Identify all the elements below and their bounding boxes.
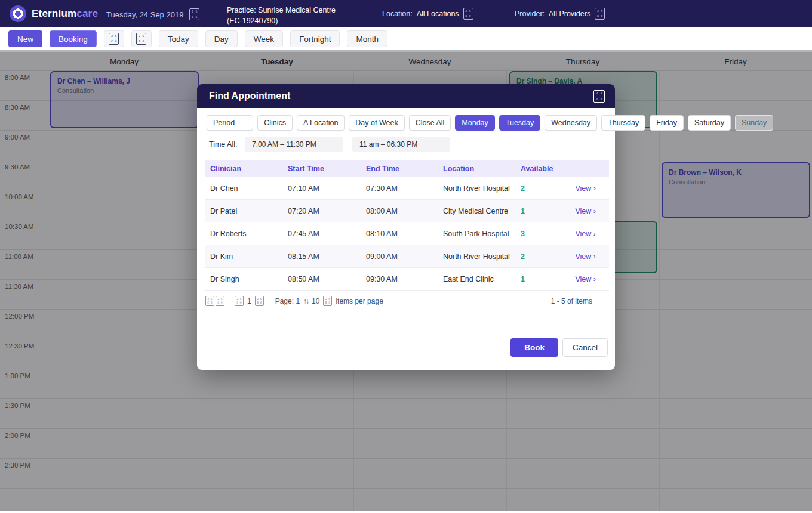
table-cell: 08:10 AM	[361, 230, 438, 238]
table-row: Dr Singh08:50 AM09:30 AMEast End Clinic1…	[205, 268, 609, 291]
filter-button-period[interactable]: Period	[207, 115, 253, 131]
location-select[interactable]: Location: All Locations 25BE	[382, 8, 473, 20]
prev-arrow-icon: 25C0	[109, 33, 119, 45]
first-page-icon[interactable]: 25C0	[205, 296, 214, 306]
new-button[interactable]: New	[8, 30, 42, 47]
items-range-label: 1 - 5 of items	[551, 297, 608, 305]
modal-header: Find Appointment 2715	[197, 84, 615, 108]
provider-dropdown-icon[interactable]: 25BE	[595, 8, 605, 20]
brand[interactable]: Eterniumcare	[10, 5, 98, 22]
practice-info: Practice: Sunrise Medical Centre (EC-192…	[227, 5, 336, 26]
app-header: Eterniumcare Tuesday, 24 Sep 2019 25BE P…	[0, 0, 812, 27]
items-per-page-label: items per page	[336, 297, 383, 305]
table-cell: Dr Patel	[205, 207, 283, 215]
table-cell: North River Hospital	[438, 184, 516, 193]
filter-button-friday[interactable]: Friday	[650, 115, 684, 131]
current-date: Tuesday, 24 Sep 2019 25BE	[106, 8, 199, 20]
filter-button-close-all[interactable]: Close All	[409, 115, 451, 131]
filter-button-monday[interactable]: Monday	[455, 115, 494, 131]
provider-select[interactable]: Provider: All Providers 25BE	[515, 8, 605, 20]
location-dropdown-icon[interactable]: 25BE	[463, 8, 473, 20]
table-row: Dr Chen07:10 AM07:30 AMNorth River Hospi…	[205, 177, 609, 200]
table-cell: Dr Chen	[205, 184, 283, 193]
column-header: Start Time	[283, 165, 361, 173]
table-cell: 07:30 AM	[361, 184, 438, 193]
available-count: 1	[516, 207, 559, 215]
filter-button-tuesday[interactable]: Tuesday	[499, 115, 540, 131]
table-cell: 07:20 AM	[283, 207, 361, 215]
booking-button[interactable]: Booking	[50, 30, 97, 47]
table-cell: Dr Roberts	[205, 230, 283, 238]
time-range-input-1[interactable]	[245, 137, 343, 152]
week-view-button[interactable]: Week	[245, 30, 283, 47]
filter-button-clinics[interactable]: Clinics	[257, 115, 293, 131]
practice-name: Practice: Sunrise Medical Centre	[227, 5, 336, 16]
date-picker-icon[interactable]: 25BE	[189, 8, 199, 20]
today-button[interactable]: Today	[159, 30, 198, 47]
fortnight-view-button[interactable]: Fortnight	[290, 30, 340, 47]
view-cell: View ›	[559, 275, 609, 283]
modal-title: Find Appointment	[209, 91, 290, 101]
practice-code: (EC-19240790)	[227, 16, 336, 26]
available-count: 3	[516, 230, 559, 238]
view-link[interactable]: View ›	[575, 230, 596, 238]
current-page-number[interactable]: 1	[247, 297, 251, 305]
column-header: Clinician	[205, 165, 283, 173]
table-cell: 08:50 AM	[283, 275, 361, 283]
page-label: Page: 1	[275, 297, 300, 305]
table-cell: North River Hospital	[438, 252, 516, 261]
page-size-dropdown-icon[interactable]: 25BC	[323, 296, 332, 306]
close-icon[interactable]: 2715	[593, 90, 605, 103]
filter-button-wednesday[interactable]: Wednesday	[545, 115, 597, 131]
filter-button-day-of-week[interactable]: Day of Week	[349, 115, 404, 131]
table-cell: Dr Singh	[205, 275, 283, 283]
table-cell: South Park Hospital	[438, 230, 516, 238]
brand-logo-icon	[10, 5, 26, 22]
time-range-input-2[interactable]	[352, 137, 450, 152]
filter-button-a-location[interactable]: A Location	[297, 115, 345, 131]
view-cell: View ›	[559, 252, 609, 261]
table-row: Dr Roberts07:45 AM08:10 AMSouth Park Hos…	[205, 222, 609, 245]
book-button[interactable]: Book	[510, 338, 558, 357]
table-cell: East End Clinic	[438, 275, 516, 283]
available-count: 1	[516, 275, 559, 283]
provider-value: All Providers	[549, 10, 590, 18]
page-stepper-icon[interactable]: ↑↓	[303, 297, 308, 305]
view-link[interactable]: View ›	[575, 184, 596, 193]
page-size-value[interactable]: 10	[312, 297, 319, 305]
table-cell: 08:00 AM	[361, 207, 438, 215]
view-link[interactable]: View ›	[575, 252, 596, 261]
prev-period-button[interactable]: 25C0	[104, 30, 124, 47]
find-appointment-modal: Find Appointment 2715 PeriodClinicsA Loc…	[197, 84, 615, 370]
table-cell: 07:10 AM	[283, 184, 361, 193]
month-view-button[interactable]: Month	[347, 30, 387, 47]
view-cell: View ›	[559, 230, 609, 238]
time-range-row: Time All:	[209, 137, 615, 152]
location-label: Location:	[382, 10, 413, 18]
prev-page-icon[interactable]: 25C0	[216, 296, 224, 306]
table-cell: Dr Kim	[205, 252, 283, 261]
page-forward-icon[interactable]: 25B6	[255, 296, 264, 306]
pagination-bar: 25C0 25C0 25C0 1 25B6 Page: 1 ↑↓ 10 25BC…	[205, 296, 608, 306]
table-cell: 09:00 AM	[361, 252, 438, 261]
table-header-row: ClinicianStart TimeEnd TimeLocationAvail…	[205, 160, 609, 177]
brand-name: Eterniumcare	[32, 8, 98, 20]
view-link[interactable]: View ›	[575, 275, 596, 283]
column-header: Available	[516, 165, 559, 173]
table-cell: 08:15 AM	[283, 252, 361, 261]
location-value: All Locations	[417, 10, 459, 18]
table-row: Dr Kim08:15 AM09:00 AMNorth River Hospit…	[205, 245, 609, 268]
view-link[interactable]: View ›	[575, 207, 596, 215]
table-row: Dr Patel07:20 AM08:00 AMCity Medical Cen…	[205, 200, 609, 222]
filter-button-saturday[interactable]: Saturday	[688, 115, 731, 131]
column-header: Location	[438, 165, 516, 173]
table-cell: City Medical Centre	[438, 207, 516, 215]
filter-button-thursday[interactable]: Thursday	[601, 115, 645, 131]
day-view-button[interactable]: Day	[205, 30, 238, 47]
view-cell: View ›	[559, 184, 609, 193]
time-all-label: Time All:	[209, 140, 240, 149]
cancel-button[interactable]: Cancel	[562, 338, 608, 357]
column-header: End Time	[361, 165, 438, 173]
page-back-icon[interactable]: 25C0	[235, 296, 244, 306]
next-period-button[interactable]: 25B6	[131, 30, 152, 47]
